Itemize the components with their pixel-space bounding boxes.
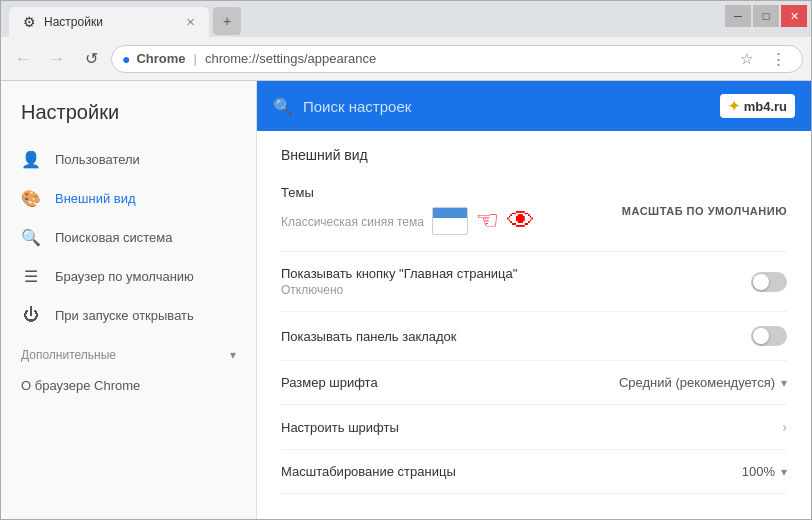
sidebar-item-startup[interactable]: ⏻ При запуске открывать — [1, 296, 256, 334]
search-icon: 🔍 — [21, 228, 41, 247]
chevron-down-icon: ▾ — [781, 376, 787, 390]
sidebar-section-advanced[interactable]: Дополнительные ▾ — [1, 334, 256, 368]
back-button[interactable]: ← — [9, 45, 37, 73]
bookmarks-row: Показывать панель закладок — [281, 326, 787, 346]
sidebar-label-users: Пользователи — [55, 152, 140, 167]
sidebar-label-browser: Браузер по умолчанию — [55, 269, 194, 284]
sidebar-about-label: О браузере Chrome — [21, 378, 140, 393]
zoom-dropdown[interactable]: 100% ▾ — [742, 464, 787, 479]
url-separator: | — [194, 51, 197, 66]
url-path: chrome://settings/appearance — [205, 51, 376, 66]
homepage-sublabel: Отключено — [281, 283, 517, 297]
refresh-button[interactable]: ↺ — [77, 45, 105, 73]
homepage-row: Показывать кнопку "Главная страница" Отк… — [281, 266, 787, 297]
titlebar: ⚙ Настройки ✕ + ─ □ ✕ — [1, 1, 811, 37]
bookmarks-label: Показывать панель закладок — [281, 329, 457, 344]
themes-right-text: МАСШТАБ ПО УМОЛЧАНИЮ — [622, 205, 787, 217]
eye-annotation-icon: 👁 — [507, 204, 535, 237]
close-button[interactable]: ✕ — [781, 5, 807, 27]
setting-item-fontsize: Размер шрифта Средний (рекомендуется) ▾ — [281, 361, 787, 405]
window-controls: ─ □ ✕ — [725, 5, 807, 27]
fontsize-row: Размер шрифта Средний (рекомендуется) ▾ — [281, 375, 787, 390]
browser-window: ⚙ Настройки ✕ + ─ □ ✕ ← → ↺ ● Chrome | c… — [0, 0, 812, 520]
sidebar-item-about[interactable]: О браузере Chrome — [1, 368, 256, 403]
zoom-label: Масштабирование страницы — [281, 464, 456, 479]
search-bar-icon: 🔍 — [273, 97, 293, 116]
menu-button[interactable]: ⋮ — [764, 45, 792, 73]
appearance-icon: 🎨 — [21, 189, 41, 208]
sidebar-title: Настройки — [1, 97, 256, 140]
settings-list: Внешний вид Темы Классическая синяя тема… — [257, 131, 811, 519]
chevron-right-icon: › — [782, 419, 787, 435]
maximize-button[interactable]: □ — [753, 5, 779, 27]
fonts-row: Настроить шрифты › — [281, 419, 787, 435]
homepage-label: Показывать кнопку "Главная страница" — [281, 266, 517, 281]
zoom-value: 100% — [742, 464, 775, 479]
chevron-down-icon: ▾ — [230, 348, 236, 362]
startup-icon: ⏻ — [21, 306, 41, 324]
fontsize-dropdown[interactable]: Средний (рекомендуется) ▾ — [619, 375, 787, 390]
themes-label-area: Темы Классическая синяя тема ☞ 👁 — [281, 185, 535, 237]
section-title: Внешний вид — [281, 147, 787, 163]
active-tab[interactable]: ⚙ Настройки ✕ — [9, 7, 209, 37]
chevron-down-icon: ▾ — [781, 465, 787, 479]
sidebar-label-appearance: Внешний вид — [55, 191, 136, 206]
homepage-toggle[interactable] — [751, 272, 787, 292]
setting-item-homepage: Показывать кнопку "Главная страница" Отк… — [281, 252, 787, 312]
address-bar: ← → ↺ ● Chrome | chrome://settings/appea… — [1, 37, 811, 81]
setting-item-bookmarks: Показывать панель закладок — [281, 312, 787, 361]
mb4-icon: ✦ — [728, 98, 740, 114]
new-tab-button[interactable]: + — [213, 7, 241, 35]
bookmark-button[interactable]: ☆ — [732, 45, 760, 73]
search-bar: 🔍 ✦ mb4.ru — [257, 81, 811, 131]
sidebar-item-appearance[interactable]: 🎨 Внешний вид — [1, 179, 256, 218]
url-actions: ☆ ⋮ — [732, 45, 792, 73]
sidebar-label-search: Поисковая система — [55, 230, 173, 245]
main-area: Настройки 👤 Пользователи 🎨 Внешний вид 🔍… — [1, 81, 811, 519]
zoom-row: Масштабирование страницы 100% ▾ — [281, 464, 787, 479]
sidebar-section-label: Дополнительные — [21, 348, 116, 362]
mb4-text: mb4.ru — [744, 99, 787, 114]
settings-content-area: 🔍 ✦ mb4.ru Внешний вид Темы Класси — [257, 81, 811, 519]
sidebar-item-search[interactable]: 🔍 Поисковая система — [1, 218, 256, 257]
user-icon: 👤 — [21, 150, 41, 169]
sidebar: Настройки 👤 Пользователи 🎨 Внешний вид 🔍… — [1, 81, 257, 519]
forward-button[interactable]: → — [43, 45, 71, 73]
themes-sublabel: Классическая синяя тема — [281, 215, 424, 229]
fonts-label: Настроить шрифты — [281, 420, 399, 435]
themes-row: Темы Классическая синяя тема ☞ 👁 МАСШТАБ… — [281, 185, 787, 237]
browser-icon: ☰ — [21, 267, 41, 286]
sidebar-item-users[interactable]: 👤 Пользователи — [1, 140, 256, 179]
themes-label: Темы — [281, 185, 535, 200]
mb4-badge: ✦ mb4.ru — [720, 94, 795, 118]
tab-close-button[interactable]: ✕ — [186, 16, 195, 29]
setting-item-fonts[interactable]: Настроить шрифты › — [281, 405, 787, 450]
arrow-annotation-icon: ☞ — [476, 205, 499, 236]
fontsize-value: Средний (рекомендуется) — [619, 375, 775, 390]
secure-icon: ● — [122, 51, 130, 67]
tab-title: Настройки — [44, 15, 103, 29]
url-site: Chrome — [136, 51, 185, 66]
homepage-label-area: Показывать кнопку "Главная страница" Отк… — [281, 266, 517, 297]
tab-icon: ⚙ — [23, 14, 36, 30]
theme-preview — [432, 207, 468, 235]
sidebar-label-startup: При запуске открывать — [55, 308, 194, 323]
setting-item-zoom: Масштабирование страницы 100% ▾ — [281, 450, 787, 494]
minimize-button[interactable]: ─ — [725, 5, 751, 27]
url-bar[interactable]: ● Chrome | chrome://settings/appearance … — [111, 45, 803, 73]
search-input[interactable] — [303, 98, 710, 115]
fontsize-label: Размер шрифта — [281, 375, 378, 390]
setting-item-themes: Темы Классическая синяя тема ☞ 👁 МАСШТАБ… — [281, 171, 787, 252]
sidebar-item-browser[interactable]: ☰ Браузер по умолчанию — [1, 257, 256, 296]
bookmarks-toggle[interactable] — [751, 326, 787, 346]
